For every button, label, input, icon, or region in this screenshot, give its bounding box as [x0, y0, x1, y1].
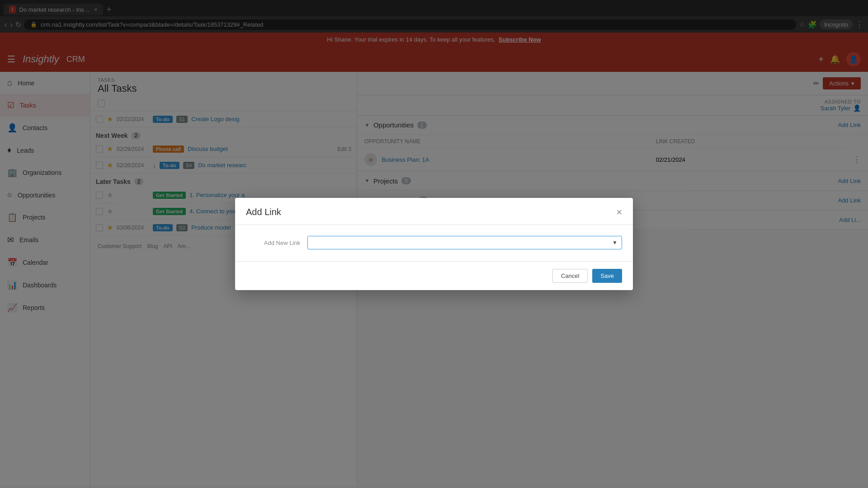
modal-overlay[interactable]: Add Link × Add New Link Contact Organiza…	[0, 0, 868, 486]
add-new-link-label: Add New Link	[246, 239, 300, 246]
modal-footer: Cancel Save	[235, 261, 633, 290]
cancel-button[interactable]: Cancel	[552, 269, 588, 283]
add-link-modal: Add Link × Add New Link Contact Organiza…	[235, 198, 633, 290]
modal-form-row: Add New Link Contact Organization Opport…	[246, 236, 622, 249]
modal-body: Add New Link Contact Organization Opport…	[235, 225, 633, 261]
link-type-select[interactable]: Contact Organization Opportunity Project…	[307, 236, 622, 249]
link-type-select-wrapper: Contact Organization Opportunity Project…	[307, 236, 622, 249]
modal-title: Add Link	[246, 207, 281, 217]
save-button[interactable]: Save	[592, 269, 622, 283]
modal-close-button[interactable]: ×	[616, 207, 622, 217]
modal-header: Add Link ×	[235, 198, 633, 225]
